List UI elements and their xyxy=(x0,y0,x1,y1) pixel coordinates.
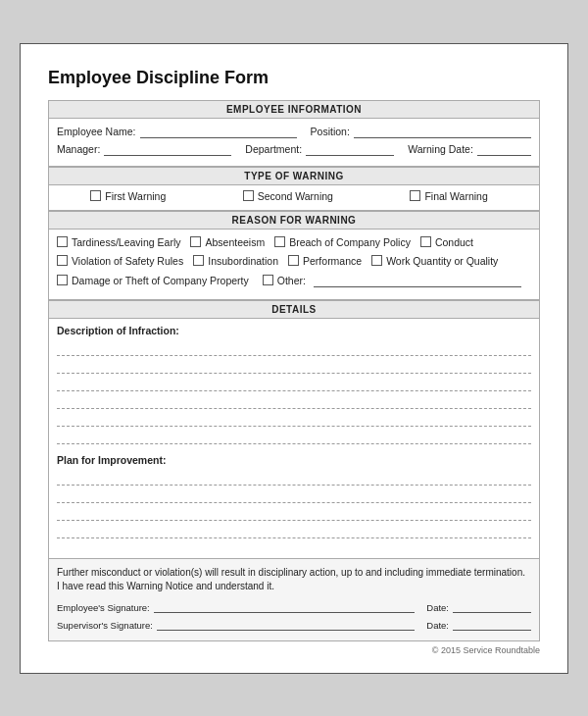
damage-theft-label: Damage or Theft of Company Property xyxy=(72,275,249,286)
first-warning-checkbox[interactable] xyxy=(90,190,101,201)
second-warning-item[interactable]: Second Warning xyxy=(243,190,333,202)
desc-line-3[interactable] xyxy=(57,376,531,391)
imp-line-3[interactable] xyxy=(57,505,531,521)
employee-info-header: EMPLOYEE INFORMATION xyxy=(48,100,540,119)
safety-label: Violation of Safety Rules xyxy=(72,255,183,267)
description-lines xyxy=(57,340,531,444)
form-container: Employee Discipline Form EMPLOYEE INFORM… xyxy=(20,43,568,674)
manager-row: Manager: Department: Warning Date: xyxy=(57,142,531,156)
conduct-label: Conduct xyxy=(435,236,473,248)
emp-date-input[interactable] xyxy=(453,599,531,613)
other-input[interactable] xyxy=(314,274,521,287)
absenteeism-checkbox[interactable] xyxy=(190,236,201,247)
tardiness-item[interactable]: Tardiness/Leaving Early xyxy=(57,236,180,248)
imp-line-2[interactable] xyxy=(57,487,531,503)
breach-label: Breach of Company Policy xyxy=(289,236,411,248)
work-quality-label: Work Quantity or Quality xyxy=(386,255,498,267)
safety-checkbox[interactable] xyxy=(57,255,68,266)
department-input[interactable] xyxy=(306,142,394,156)
absenteeism-item[interactable]: Absenteeism xyxy=(190,236,265,248)
position-input[interactable] xyxy=(354,125,531,138)
damage-theft-checkbox[interactable] xyxy=(57,275,68,285)
warning-date-input[interactable] xyxy=(477,142,531,156)
type-of-warning-header: TYPE OF WARNING xyxy=(48,167,540,185)
insubordination-item[interactable]: Insubordination xyxy=(193,255,278,267)
safety-item[interactable]: Violation of Safety Rules xyxy=(57,255,183,267)
final-warning-label: Final Warning xyxy=(424,190,487,202)
desc-line-4[interactable] xyxy=(57,393,531,409)
second-warning-checkbox[interactable] xyxy=(243,190,254,201)
sup-date-label: Date: xyxy=(426,620,449,631)
work-quality-checkbox[interactable] xyxy=(371,255,382,266)
first-warning-item[interactable]: First Warning xyxy=(90,190,166,202)
supervisor-sig-input[interactable] xyxy=(157,617,415,631)
warning-date-label: Warning Date: xyxy=(408,143,473,155)
absenteeism-label: Absenteeism xyxy=(205,236,265,248)
other-label: Other: xyxy=(277,275,306,286)
manager-input[interactable] xyxy=(104,142,231,156)
warning-type-body: First Warning Second Warning Final Warni… xyxy=(48,185,540,211)
employee-name-input[interactable] xyxy=(140,125,297,138)
breach-item[interactable]: Breach of Company Policy xyxy=(274,236,411,248)
final-warning-item[interactable]: Final Warning xyxy=(410,190,487,202)
employee-name-label: Employee Name: xyxy=(57,126,136,137)
desc-line-2[interactable] xyxy=(57,358,531,374)
second-warning-label: Second Warning xyxy=(258,190,333,202)
footer-notice: Further misconduct or violation(s) will … xyxy=(57,566,531,593)
reason-row-1: Tardiness/Leaving Early Absenteeism Brea… xyxy=(57,234,531,253)
breach-checkbox[interactable] xyxy=(274,236,285,247)
first-warning-label: First Warning xyxy=(105,190,166,202)
employee-info-body: Employee Name: Position: Manager: Depart… xyxy=(48,119,540,167)
details-body: Description of Infraction: Plan for Impr… xyxy=(48,319,540,559)
other-item[interactable]: Other: xyxy=(263,274,521,287)
employee-sig-label: Employee's Signature: xyxy=(57,602,150,613)
sup-date-input[interactable] xyxy=(453,617,531,631)
reason-for-warning-header: REASON FOR WARNING xyxy=(48,211,540,230)
manager-label: Manager: xyxy=(57,143,100,155)
tardiness-label: Tardiness/Leaving Early xyxy=(72,236,180,248)
performance-label: Performance xyxy=(303,255,362,267)
desc-line-5[interactable] xyxy=(57,411,531,427)
improvement-lines xyxy=(57,470,531,538)
insubordination-checkbox[interactable] xyxy=(193,255,204,266)
details-header: DETAILS xyxy=(48,300,540,319)
tardiness-checkbox[interactable] xyxy=(57,236,68,247)
reason-row-2: Violation of Safety Rules Insubordinatio… xyxy=(57,253,531,272)
footer-section: Further misconduct or violation(s) will … xyxy=(48,559,540,641)
supervisor-sig-row: Supervisor's Signature: Date: xyxy=(57,617,531,631)
supervisor-sig-label: Supervisor's Signature: xyxy=(57,620,153,631)
description-label: Description of Infraction: xyxy=(57,325,531,336)
insubordination-label: Insubordination xyxy=(208,255,278,267)
damage-theft-item[interactable]: Damage or Theft of Company Property xyxy=(57,275,249,286)
work-quality-item[interactable]: Work Quantity or Quality xyxy=(371,255,498,267)
form-title: Employee Discipline Form xyxy=(48,68,540,88)
conduct-checkbox[interactable] xyxy=(420,236,431,247)
performance-checkbox[interactable] xyxy=(288,255,299,266)
other-checkbox[interactable] xyxy=(263,275,273,285)
copyright-text: © 2015 Service Roundtable xyxy=(48,645,540,655)
imp-line-1[interactable] xyxy=(57,470,531,486)
final-warning-checkbox[interactable] xyxy=(410,190,420,201)
employee-sig-input[interactable] xyxy=(154,599,416,613)
employee-sig-row: Employee's Signature: Date: xyxy=(57,599,531,613)
department-label: Department: xyxy=(245,143,302,155)
desc-line-6[interactable] xyxy=(57,429,531,444)
reason-for-warning-body: Tardiness/Leaving Early Absenteeism Brea… xyxy=(48,230,540,300)
emp-date-label: Date: xyxy=(426,602,449,613)
imp-line-4[interactable] xyxy=(57,523,531,538)
employee-name-row: Employee Name: Position: xyxy=(57,125,531,138)
improvement-label: Plan for Improvement: xyxy=(57,454,531,466)
performance-item[interactable]: Performance xyxy=(288,255,362,267)
position-label: Position: xyxy=(311,126,350,137)
reason-row-3: Damage or Theft of Company Property Othe… xyxy=(57,272,531,292)
desc-line-1[interactable] xyxy=(57,340,531,356)
conduct-item[interactable]: Conduct xyxy=(420,236,473,248)
